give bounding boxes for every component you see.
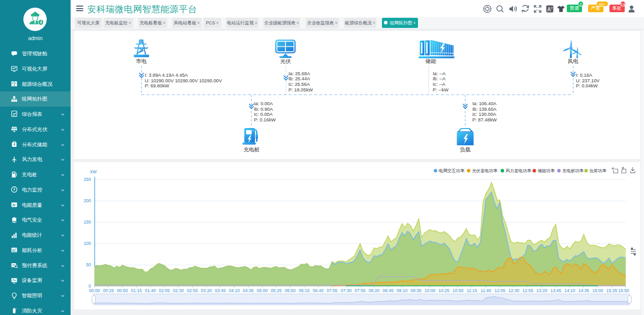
svg-text:U: 10290.00V 10290.00V 10290.0: U: 10290.00V 10290.00V 10290.00V: [145, 78, 222, 83]
svg-text:06:15: 06:15: [299, 288, 310, 293]
svg-text:06:40: 06:40: [313, 288, 324, 293]
svg-text:Ib: --A: Ib: --A: [433, 76, 446, 81]
svg-text:07:55: 07:55: [355, 288, 366, 293]
svg-text:z: z: [551, 6, 553, 9]
svg-text:50: 50: [86, 262, 91, 267]
svg-text:12:55: 12:55: [523, 288, 534, 293]
svg-text:Ic: --A: Ic: --A: [433, 82, 446, 87]
svg-text:12:30: 12:30: [508, 288, 520, 293]
svg-text:15:00: 15:00: [592, 288, 603, 293]
svg-text:光伏: 光伏: [280, 58, 292, 64]
svg-text:10:50: 10:50: [453, 288, 464, 293]
svg-text:Ia: 0.00A: Ia: 0.00A: [254, 101, 273, 106]
svg-text:充电桩: 充电桩: [243, 146, 260, 152]
svg-text:Ia: --A: Ia: --A: [433, 71, 446, 76]
svg-text:风电: 风电: [568, 58, 579, 64]
svg-text:00:25: 00:25: [103, 288, 114, 293]
svg-text:01:15: 01:15: [131, 288, 142, 293]
svg-text:00:50: 00:50: [117, 288, 128, 293]
svg-text:Ib: 139.60A: Ib: 139.60A: [472, 107, 497, 112]
svg-text:01:40: 01:40: [145, 288, 156, 293]
svg-text:07:05: 07:05: [327, 288, 338, 293]
svg-text:kW: kW: [90, 169, 97, 174]
svg-text:03:20: 03:20: [201, 288, 212, 293]
svg-text:风力发电功率: 风力发电功率: [506, 168, 532, 173]
svg-text:Ib: 0.90A: Ib: 0.90A: [254, 107, 273, 112]
svg-text:11:15: 11:15: [467, 288, 477, 293]
svg-text:Ib: 25.44A: Ib: 25.44A: [288, 76, 310, 81]
svg-text:03:45: 03:45: [215, 288, 226, 293]
svg-text:10:00: 10:00: [425, 288, 436, 293]
svg-text:04:35: 04:35: [243, 288, 254, 293]
svg-text:14:10: 14:10: [564, 288, 575, 293]
svg-text:I: 3.89A 4.19A 4.45A: I: 3.89A 4.19A 4.45A: [145, 73, 188, 78]
svg-text:充电桩功率: 充电桩功率: [562, 168, 584, 173]
svg-text:Ic: 130.00A: Ic: 130.00A: [472, 112, 497, 117]
svg-text:13:45: 13:45: [551, 288, 562, 293]
svg-text:09:35: 09:35: [410, 288, 422, 293]
svg-text:10:25: 10:25: [438, 288, 449, 293]
svg-text:P: 0.16kW: P: 0.16kW: [254, 117, 276, 122]
svg-text:P: 0.04kW: P: 0.04kW: [576, 83, 598, 88]
svg-text:Ic: 25.56A: Ic: 25.56A: [288, 82, 310, 87]
svg-text:08:20: 08:20: [369, 288, 380, 293]
svg-text:P: --kW: P: --kW: [433, 87, 448, 92]
svg-text:U: 237.10V: U: 237.10V: [576, 78, 600, 83]
svg-text:P: 87.48kW: P: 87.48kW: [472, 117, 497, 122]
svg-text:14:35: 14:35: [578, 288, 590, 293]
svg-text:07:30: 07:30: [341, 288, 352, 293]
svg-text:P: 18.05kW: P: 18.05kW: [288, 87, 313, 92]
svg-text:储能: 储能: [425, 58, 437, 64]
svg-text:市电: 市电: [136, 58, 147, 64]
svg-text:11:40: 11:40: [480, 288, 491, 293]
svg-text:250: 250: [84, 177, 91, 182]
svg-text:02:05: 02:05: [159, 288, 170, 293]
svg-text:150: 150: [84, 219, 91, 225]
svg-text:200: 200: [84, 198, 91, 203]
svg-text:100: 100: [84, 241, 91, 246]
svg-text:13:20: 13:20: [536, 288, 548, 293]
svg-text:02:55: 02:55: [187, 288, 198, 293]
svg-text:A: A: [548, 7, 551, 12]
svg-text:15:25: 15:25: [606, 288, 618, 293]
svg-text:02:30: 02:30: [173, 288, 184, 293]
svg-text:Ic: 0.00A: Ic: 0.00A: [254, 112, 273, 117]
svg-text:光伏发电功率: 光伏发电功率: [472, 168, 498, 173]
svg-text:15:50: 15:50: [618, 288, 629, 293]
svg-text:负载: 负载: [460, 146, 471, 152]
svg-text:12:05: 12:05: [495, 288, 506, 293]
svg-text:05:25: 05:25: [271, 288, 282, 293]
svg-text:负荷功率: 负荷功率: [589, 168, 606, 173]
svg-text:电网交互功率: 电网交互功率: [439, 168, 465, 173]
svg-text:Ia: 25.68A: Ia: 25.68A: [288, 71, 310, 76]
svg-text:I: 0.16A: I: 0.16A: [576, 73, 593, 78]
svg-text:储能功率: 储能功率: [538, 168, 555, 173]
svg-text:00:00: 00:00: [89, 288, 100, 293]
svg-text:08:45: 08:45: [382, 288, 394, 293]
svg-text:05:50: 05:50: [285, 288, 296, 293]
svg-text:Ia: 106.40A: Ia: 106.40A: [472, 101, 497, 106]
svg-text:04:10: 04:10: [229, 288, 240, 293]
svg-text:09:10: 09:10: [397, 288, 408, 293]
svg-text:P: 69.80kW: P: 69.80kW: [145, 83, 169, 88]
svg-text:05:00: 05:00: [257, 288, 268, 293]
